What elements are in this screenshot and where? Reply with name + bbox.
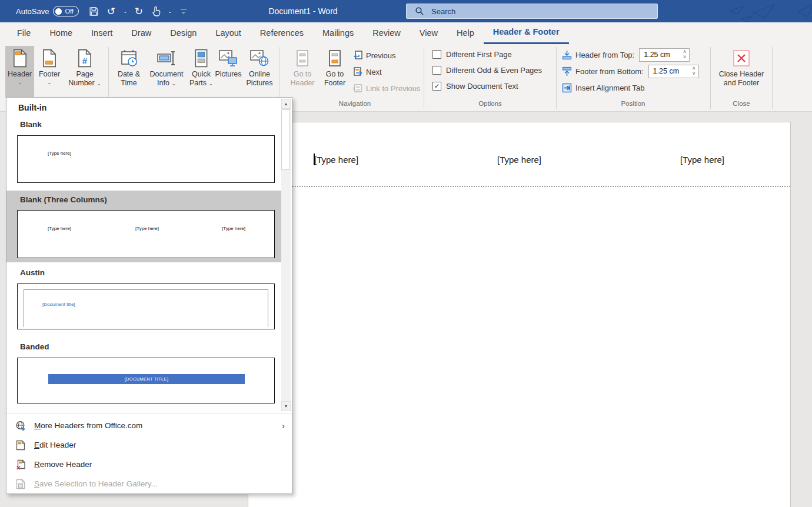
- header-from-top-spinner[interactable]: ˄˅: [680, 49, 689, 61]
- toggle-knob-icon: [55, 8, 62, 15]
- undo-button[interactable]: ↺: [105, 3, 118, 19]
- header-field-right[interactable]: [Type here]: [680, 155, 724, 165]
- quick-parts-label: Quick Parts: [189, 70, 211, 87]
- position-controls: Header from Top: 1.25 cm ˄˅ Footer from …: [562, 48, 699, 95]
- gallery-item-blank-name: Blank: [20, 120, 42, 129]
- tab-help[interactable]: Help: [447, 22, 484, 44]
- document-info-icon: [157, 49, 177, 67]
- group-divider: [772, 47, 773, 109]
- next-button[interactable]: Next: [353, 65, 421, 79]
- link-to-previous-button[interactable]: Link to Previous: [353, 81, 421, 96]
- tab-review[interactable]: Review: [363, 22, 410, 44]
- go-to-footer-button[interactable]: Go to Footer: [319, 46, 351, 98]
- footer-from-bottom-spinner[interactable]: ˄˅: [690, 65, 698, 78]
- options-checkboxes: Different First Page Different Odd & Eve…: [432, 48, 542, 92]
- pictures-button[interactable]: Pictures: [213, 46, 244, 98]
- search-icon: [415, 6, 424, 16]
- document-title: Document1 - Word: [253, 0, 353, 22]
- footer-button[interactable]: Footer ⌄: [36, 46, 63, 98]
- footer-icon: [41, 49, 58, 68]
- ribbon-tabs: File Home Insert Draw Design Layout Refe…: [0, 22, 812, 44]
- tab-draw[interactable]: Draw: [122, 22, 161, 44]
- show-document-text-checkbox[interactable]: ✓ Show Document Text: [432, 80, 542, 92]
- header-from-top-input[interactable]: 1.25 cm ˄˅: [639, 48, 690, 62]
- footer-from-bottom-input[interactable]: 1.25 cm ˄˅: [648, 65, 699, 78]
- tab-references[interactable]: References: [251, 22, 313, 44]
- different-odd-even-checkbox[interactable]: Different Odd & Even Pages: [432, 64, 542, 76]
- close-icon: [732, 49, 751, 68]
- remove-header-icon: [16, 459, 25, 470]
- page-number-button[interactable]: # Page Number ⌄: [64, 46, 105, 98]
- document-info-button[interactable]: Document Info ⌄: [147, 46, 186, 98]
- touch-pointer-icon: [151, 6, 161, 16]
- search-placeholder: Search: [431, 7, 455, 16]
- quick-parts-icon: [193, 49, 209, 68]
- checkbox-unchecked-icon: [432, 66, 441, 75]
- redo-button[interactable]: ↻: [132, 3, 145, 19]
- tab-mailings[interactable]: Mailings: [313, 22, 363, 44]
- online-pictures-button[interactable]: Online Pictures: [244, 46, 275, 98]
- gallery-section-title: Built-in: [18, 103, 46, 112]
- different-first-page-label: Different First Page: [446, 50, 512, 59]
- undo-dropdown-chevron[interactable]: ⌄: [122, 9, 128, 14]
- show-document-text-label: Show Document Text: [446, 82, 518, 91]
- next-label: Next: [366, 68, 382, 76]
- quick-parts-button[interactable]: Quick Parts ⌄: [187, 46, 216, 98]
- footer-from-bottom-icon: [562, 66, 572, 76]
- close-header-footer-label: Close Header and Footer: [718, 70, 765, 88]
- insert-alignment-tab-icon: [562, 83, 572, 93]
- footer-from-bottom-value: 1.25 cm: [649, 65, 690, 78]
- tab-insert[interactable]: Insert: [82, 22, 122, 44]
- page-number-chevron-icon: ⌄: [96, 81, 101, 86]
- go-to-header-label: Go to Header: [288, 70, 317, 88]
- gallery-item-blank[interactable]: [Type here]: [17, 135, 275, 183]
- document-page[interactable]: [Type here] [Type here] [Type here]: [248, 122, 791, 507]
- different-first-page-checkbox[interactable]: Different First Page: [432, 48, 542, 61]
- titlebar: AutoSave Off ↺ ⌄ ↻ ⌄ ⌄ Document1 - Word …: [0, 0, 812, 22]
- tab-design[interactable]: Design: [161, 22, 206, 44]
- menu-more-headers[interactable]: More Headers from Office.com ›: [6, 416, 292, 435]
- redo-icon: ↻: [135, 5, 143, 18]
- footer-chevron-icon: ⌄: [47, 79, 52, 85]
- touch-mode-button[interactable]: [149, 3, 162, 19]
- insert-alignment-tab-button[interactable]: Insert Alignment Tab: [562, 81, 699, 95]
- scrollbar-thumb[interactable]: [281, 109, 290, 170]
- tab-file[interactable]: File: [8, 22, 40, 44]
- gallery-item-austin[interactable]: [Document title]: [17, 283, 275, 329]
- footer-from-bottom-label: Footer from Bottom:: [575, 67, 644, 76]
- close-header-footer-button[interactable]: Close Header and Footer: [718, 46, 765, 98]
- gallery-item-three-columns[interactable]: Blank (Three Columns) [Type here] [Type …: [6, 191, 282, 262]
- header-from-top-icon: [562, 50, 572, 60]
- menu-remove-header[interactable]: Remove Header: [6, 455, 292, 474]
- menu-edit-header[interactable]: Edit Header: [6, 435, 292, 455]
- header-button[interactable]: Header ⌄: [5, 46, 34, 98]
- autosave-toggle[interactable]: Off: [53, 6, 78, 16]
- previous-label: Previous: [366, 51, 396, 60]
- navigation-group-label: Navigation: [311, 100, 399, 107]
- save-button[interactable]: [88, 3, 101, 19]
- scroll-down-icon: ▼: [284, 404, 288, 408]
- search-box[interactable]: Search: [406, 4, 658, 19]
- scroll-up-button[interactable]: ▲: [281, 99, 291, 109]
- touch-mode-chevron[interactable]: ⌄: [167, 9, 173, 14]
- position-group-label: Position: [589, 100, 677, 107]
- autosave-label: AutoSave: [16, 7, 49, 16]
- previous-button[interactable]: Previous: [353, 48, 421, 63]
- scroll-down-button[interactable]: ▼: [281, 401, 291, 411]
- gallery-scrollbar[interactable]: ▲ ▼: [281, 99, 291, 411]
- go-to-header-button[interactable]: Go to Header: [287, 46, 318, 98]
- tab-home[interactable]: Home: [40, 22, 82, 44]
- date-time-button[interactable]: Date & Time: [111, 46, 147, 98]
- header-gallery-dropdown: Built-in Blank [Type here] Blank (Three …: [6, 97, 292, 494]
- gallery-item-banded[interactable]: [DOCUMENT TITLE]: [17, 358, 275, 403]
- page-number-label: Page Number: [68, 70, 94, 87]
- customize-qat-button[interactable]: ⌄: [181, 9, 187, 14]
- tab-view[interactable]: View: [410, 22, 447, 44]
- quick-access-toolbar: AutoSave Off ↺ ⌄ ↻ ⌄ ⌄: [0, 0, 187, 22]
- save-icon: [89, 6, 99, 16]
- link-to-previous-label: Link to Previous: [366, 84, 421, 93]
- tab-header-footer[interactable]: Header & Footer: [484, 22, 569, 44]
- menu-save-selection[interactable]: Save Selection to Header Gallery...: [6, 474, 292, 493]
- gallery-item-austin-name: Austin: [20, 268, 45, 277]
- tab-layout[interactable]: Layout: [206, 22, 251, 44]
